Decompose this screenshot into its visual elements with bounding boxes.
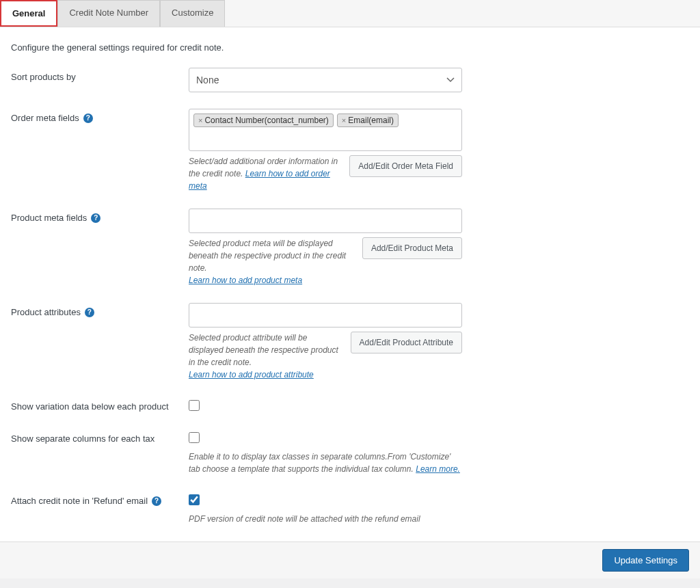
- tab-customize[interactable]: Customize: [160, 0, 225, 27]
- order-meta-tag: × Contact Number(contact_number): [193, 113, 334, 127]
- sort-products-select[interactable]: None: [189, 68, 462, 92]
- learn-more-tax-link[interactable]: Learn more.: [416, 464, 460, 474]
- attach-refund-desc: PDF version of credit note will be attac…: [189, 513, 462, 525]
- order-meta-label: Order meta fields: [11, 113, 79, 123]
- add-edit-order-meta-button[interactable]: Add/Edit Order Meta Field: [349, 155, 462, 177]
- settings-tabs: General Credit Note Number Customize: [0, 0, 700, 27]
- intro-text: Configure the general settings required …: [11, 42, 689, 53]
- separate-tax-columns-label: Show separate columns for each tax: [11, 429, 189, 444]
- help-icon[interactable]: ?: [152, 496, 161, 506]
- product-meta-desc: Selected product meta will be displayed …: [189, 237, 354, 286]
- footer-bar: Update Settings: [0, 542, 700, 578]
- product-meta-input[interactable]: [189, 209, 462, 233]
- update-settings-button[interactable]: Update Settings: [602, 549, 689, 572]
- order-meta-tag: × Email(email): [337, 113, 399, 127]
- learn-add-product-meta-link[interactable]: Learn how to add product meta: [189, 276, 302, 285]
- show-variation-label: Show variation data below each product: [11, 397, 189, 412]
- order-meta-desc: Select/add additional order information …: [189, 155, 341, 192]
- tab-general[interactable]: General: [0, 0, 57, 27]
- show-variation-checkbox[interactable]: [189, 400, 200, 411]
- help-icon[interactable]: ?: [85, 308, 94, 317]
- tag-label: Contact Number(contact_number): [204, 116, 328, 125]
- separate-tax-columns-checkbox[interactable]: [189, 432, 200, 443]
- order-meta-input[interactable]: × Contact Number(contact_number) × Email…: [189, 109, 462, 151]
- tab-credit-note-number[interactable]: Credit Note Number: [57, 0, 160, 27]
- separate-tax-columns-desc: Enable it to to display tax classes in s…: [189, 451, 462, 475]
- learn-add-product-attribute-link[interactable]: Learn how to add product attribute: [189, 370, 314, 379]
- general-settings-panel: Configure the general settings required …: [0, 27, 700, 542]
- add-edit-product-attribute-button[interactable]: Add/Edit Product Attribute: [351, 332, 462, 353]
- tag-label: Email(email): [348, 116, 394, 125]
- product-attributes-label: Product attributes: [11, 307, 81, 317]
- product-attributes-input[interactable]: [189, 303, 462, 328]
- sort-products-label: Sort products by: [11, 68, 189, 82]
- tag-remove-icon[interactable]: ×: [198, 116, 202, 124]
- help-icon[interactable]: ?: [83, 113, 93, 123]
- help-icon[interactable]: ?: [91, 213, 100, 223]
- tag-remove-icon[interactable]: ×: [342, 116, 346, 124]
- product-attributes-desc: Selected product attribute will be displ…: [189, 332, 342, 381]
- add-edit-product-meta-button[interactable]: Add/Edit Product Meta: [362, 237, 462, 259]
- attach-refund-checkbox[interactable]: [189, 494, 200, 505]
- attach-refund-label: Attach credit note in 'Refund' email: [11, 496, 148, 506]
- product-meta-label: Product meta fields: [11, 213, 87, 223]
